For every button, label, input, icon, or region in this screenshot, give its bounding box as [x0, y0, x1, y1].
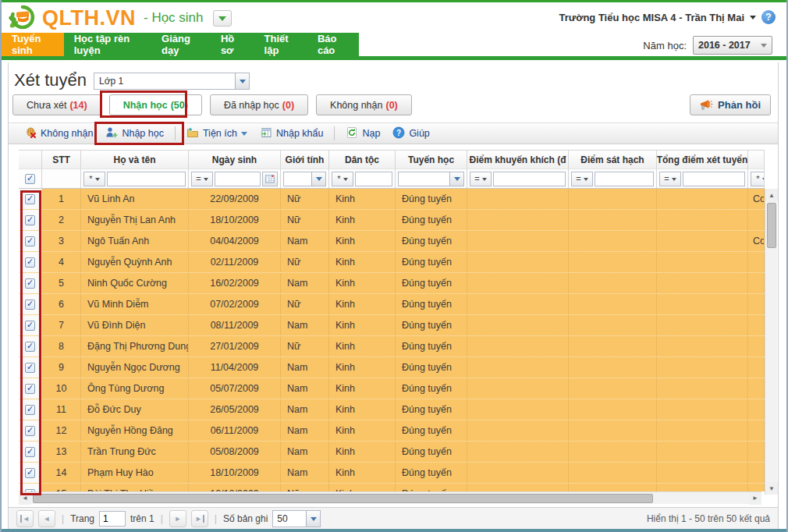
- column-header-select-all[interactable]: [19, 150, 42, 168]
- last-page-button[interactable]: ►: [191, 510, 208, 527]
- table-row[interactable]: 1Vũ Linh An22/09/2009NữKinhĐúng tuyếnCo: [19, 189, 765, 210]
- row-checkbox[interactable]: [25, 278, 35, 289]
- toolbar-button-không-nhận[interactable]: Không nhận: [18, 124, 99, 143]
- row-checkbox[interactable]: [25, 405, 35, 415]
- help-icon[interactable]: ?: [761, 10, 776, 24]
- filter-input[interactable]: [683, 172, 745, 186]
- status-tab-nhận-học[interactable]: Nhận học(50): [109, 94, 202, 115]
- scroll-up-icon[interactable]: ▲: [765, 189, 778, 201]
- page-number-input[interactable]: [99, 511, 126, 527]
- table-row[interactable]: 15Bùi Thị Thu Hiền12/12/2009NữKinhĐúng t…: [19, 484, 765, 491]
- next-page-button[interactable]: ►: [169, 510, 186, 527]
- row-checkbox[interactable]: [25, 215, 35, 225]
- row-checkbox[interactable]: [25, 300, 35, 310]
- status-tab-chưa-xét[interactable]: Chưa xét(14): [12, 94, 101, 115]
- page-label: Trang: [70, 513, 94, 524]
- column-header-ngày-sinh[interactable]: Ngày sinh: [189, 150, 281, 168]
- table-row[interactable]: 14Phạm Huy Hào18/10/2009NamKinhĐúng tuyế…: [19, 463, 765, 484]
- column-header-stt[interactable]: STT: [42, 150, 81, 168]
- feedback-button[interactable]: Phản hồi: [690, 94, 771, 115]
- class-filter-select[interactable]: Lớp 1: [94, 73, 250, 90]
- cell-name: Ông Tùng Dương: [81, 378, 189, 399]
- first-page-button[interactable]: ◄: [16, 510, 34, 527]
- table-row[interactable]: 11Đỗ Đức Duy26/05/2009NamKinhĐúng tuyến: [19, 399, 765, 420]
- row-checkbox[interactable]: [25, 321, 35, 331]
- nav-tab-học-tập-rèn-luyện[interactable]: Học tập rèn luyện: [64, 33, 151, 56]
- column-header-tuyến-học[interactable]: Tuyến học: [396, 150, 467, 168]
- table-row[interactable]: 13Trần Trung Đức05/08/2009NamKinhĐúng tu…: [19, 442, 765, 463]
- filter-operator-button[interactable]: =: [659, 172, 681, 186]
- column-filter-1: [42, 168, 81, 189]
- nav-tab-tuyển-sinh[interactable]: Tuyển sinh: [2, 33, 64, 56]
- row-checkbox[interactable]: [25, 447, 35, 457]
- vertical-scrollbar-thumb[interactable]: [767, 203, 776, 248]
- filter-operator-button[interactable]: =: [470, 172, 492, 186]
- table-row[interactable]: 3Ngô Tuấn Anh04/04/2009NamKinhĐúng tuyến…: [19, 231, 765, 252]
- row-checkbox[interactable]: [25, 257, 35, 268]
- table-row[interactable]: 12Nguyễn Hồng Đăng06/11/2009NamKinhĐúng …: [19, 420, 765, 442]
- vertical-scrollbar[interactable]: ▲ ▼: [765, 189, 777, 495]
- filter-select[interactable]: [283, 172, 326, 186]
- calendar-button[interactable]: [262, 172, 278, 186]
- row-checkbox[interactable]: [25, 194, 35, 204]
- filter-input[interactable]: [493, 172, 566, 186]
- toolbar-button-nhập-học[interactable]: Nhập học: [99, 124, 170, 143]
- filter-operator-button[interactable]: =: [191, 172, 213, 186]
- row-checkbox[interactable]: [25, 468, 35, 478]
- nav-tab-giảng-dạy[interactable]: Giảng dạy: [151, 33, 211, 56]
- row-checkbox[interactable]: [25, 236, 35, 246]
- cell-total: [657, 357, 748, 378]
- filter-operator-button[interactable]: *: [751, 172, 765, 186]
- module-dropdown-button[interactable]: [213, 10, 232, 27]
- status-tab-không-nhận[interactable]: Không nhận(0): [316, 94, 412, 115]
- column-header-select-all[interactable]: [748, 150, 765, 168]
- records-per-page-select[interactable]: 50: [272, 510, 321, 527]
- filter-operator-button[interactable]: *: [83, 172, 105, 186]
- filter-select[interactable]: [398, 172, 464, 186]
- cell-bonus: [467, 210, 569, 230]
- filter-input[interactable]: [595, 172, 654, 186]
- row-checkbox[interactable]: [25, 342, 35, 352]
- school-year-select[interactable]: 2016 - 2017: [693, 36, 772, 55]
- nav-tab-báo-cáo[interactable]: Báo cáo: [307, 33, 359, 56]
- table-row[interactable]: 8Đặng Thị Phương Dung27/01/2009NữKinhĐún…: [19, 336, 765, 357]
- records-per-page-value: 50: [273, 511, 306, 527]
- select-all-checkbox[interactable]: [25, 174, 35, 184]
- table-row[interactable]: 10Ông Tùng Dương05/07/2009NamKinhĐúng tu…: [19, 378, 765, 399]
- table-row[interactable]: 2Nguyễn Thị Lan Anh18/10/2009NữKinhĐúng …: [19, 210, 765, 231]
- row-checkbox[interactable]: [25, 363, 35, 373]
- filter-input[interactable]: [107, 172, 186, 186]
- nav-tab-thiết-lập[interactable]: Thiết lập: [254, 33, 307, 56]
- column-header-giới-tính[interactable]: Giới tính: [281, 150, 329, 168]
- row-checkbox[interactable]: [25, 384, 35, 394]
- filter-input[interactable]: [215, 172, 261, 186]
- horizontal-scrollbar-thumb[interactable]: [33, 494, 653, 503]
- toolbar-button-nhập-khẩu[interactable]: Nhập khẩu: [254, 124, 329, 143]
- filter-operator-button[interactable]: =: [571, 172, 593, 186]
- filter-input[interactable]: [355, 172, 392, 186]
- column-header-họ-và-tên[interactable]: Họ và tên: [81, 150, 189, 168]
- column-header-dân-tộc[interactable]: Dân tộc: [329, 150, 396, 168]
- table-row[interactable]: 5Ninh Quốc Cường16/02/2009NamKinhĐúng tu…: [19, 273, 765, 294]
- column-header-tổng-điểm-xét-tuyển[interactable]: Tổng điểm xét tuyển: [657, 150, 748, 168]
- scroll-right-icon[interactable]: ►: [749, 492, 761, 505]
- scroll-left-icon[interactable]: ◄: [19, 492, 31, 505]
- previous-page-button[interactable]: ◄: [38, 510, 55, 527]
- column-header-điểm-khuyến-khích-(đ[interactable]: Điểm khuyến khích (đ: [467, 150, 569, 168]
- status-tab-đã-nhập-học[interactable]: Đã nhập học(0): [210, 94, 308, 115]
- table-row[interactable]: 7Vũ Đình Diện08/11/2009NamKinhĐúng tuyến: [19, 315, 765, 336]
- toolbar-button-tiện-ích[interactable]: Tiện ích: [180, 124, 254, 143]
- horizontal-scrollbar[interactable]: ◄ ►: [19, 491, 761, 504]
- filter-operator-button[interactable]: *: [332, 172, 353, 186]
- brand-name: QLTH.VN: [42, 6, 136, 30]
- nav-tab-hồ-sơ[interactable]: Hồ sơ: [211, 33, 254, 56]
- scroll-down-icon[interactable]: ▼: [765, 482, 778, 495]
- toolbar-button-nạp[interactable]: Nạp: [339, 124, 386, 143]
- table-row[interactable]: 6Vũ Minh Diễm07/02/2009NữKinhĐúng tuyến: [19, 294, 765, 315]
- row-checkbox[interactable]: [25, 426, 35, 436]
- table-row[interactable]: 4Nguyễn Quỳnh Anh02/11/2009NữKinhĐúng tu…: [19, 252, 765, 273]
- table-row[interactable]: 9Nguyễn Ngọc Dương11/04/2009NamKinhĐúng …: [19, 357, 765, 378]
- toolbar-button-giúp[interactable]: ?Giúp: [386, 124, 435, 143]
- column-header-điểm-sát-hạch[interactable]: Điểm sát hạch: [569, 150, 657, 168]
- user-menu[interactable]: Trường Tiểu học MISA 4 - Trần Thị Mai ?: [559, 10, 776, 24]
